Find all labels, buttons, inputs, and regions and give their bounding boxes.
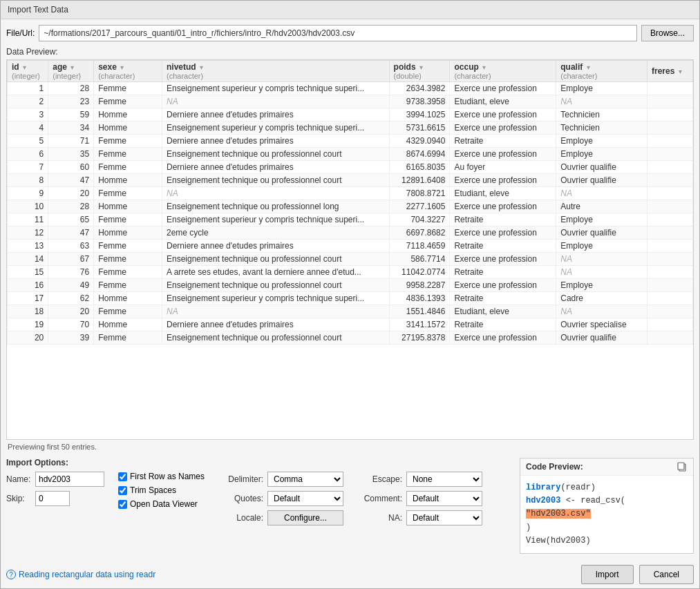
table-cell: Femme: [94, 135, 162, 148]
table-cell: 17: [8, 292, 48, 305]
table-cell: 19: [8, 318, 48, 331]
table-cell: Technicien: [556, 122, 647, 135]
options-main: Name: Skip: First Row as Names: [6, 472, 514, 525]
table-cell: 20: [48, 187, 94, 200]
data-preview-table-container[interactable]: id ▾ (integer) age ▾ (integer) sexe ▾: [6, 59, 694, 440]
name-input[interactable]: [35, 472, 104, 487]
table-cell: Exerce une profession: [450, 174, 556, 187]
na-select[interactable]: Default: [406, 510, 482, 525]
table-cell: [647, 108, 693, 122]
escape-label: Escape:: [357, 474, 402, 484]
table-cell: Femme: [94, 266, 162, 279]
table-cell: 3141.1572: [389, 318, 450, 331]
table-cell: 14: [8, 253, 48, 266]
table-cell: NA: [556, 266, 647, 279]
table-cell: Ouvrier qualifie: [556, 331, 647, 345]
table-cell: [647, 331, 693, 345]
trim-spaces-row: Trim Spaces: [118, 485, 205, 495]
table-cell: 65: [48, 213, 94, 226]
table-cell: Femme: [94, 279, 162, 292]
table-cell: [647, 200, 693, 213]
table-cell: Employe: [556, 148, 647, 161]
table-cell: Femme: [94, 161, 162, 174]
table-cell: Retraite: [450, 135, 556, 148]
table-cell: [647, 135, 693, 148]
open-data-viewer-row: Open Data Viewer: [118, 499, 205, 509]
locale-configure-button[interactable]: Configure...: [267, 510, 343, 525]
quotes-select[interactable]: Default None Double Single: [267, 491, 343, 506]
table-cell: Au foyer: [450, 161, 556, 174]
table-cell: 8674.6994: [389, 148, 450, 161]
copy-icon[interactable]: [677, 461, 688, 472]
table-cell: Enseignement superieur y compris techniq…: [162, 122, 390, 135]
table-row: 1247Homme2eme cycle6697.8682Exerce une p…: [8, 226, 693, 240]
table-row: 571FemmeDerniere annee d'etudes primaire…: [8, 135, 693, 148]
import-options-panel: Import Options: Name: Skip:: [6, 458, 514, 554]
first-row-names-checkbox[interactable]: [118, 472, 127, 481]
skip-input[interactable]: [35, 491, 70, 506]
col-header-poids[interactable]: poids ▾ (double): [389, 61, 450, 82]
bottom-bar: ? Reading rectangular data using readr I…: [1, 559, 699, 588]
table-cell: Ouvrier qualifie: [556, 161, 647, 174]
col-header-nivetud[interactable]: nivetud ▾ (character): [162, 61, 390, 82]
table-cell: Exerce une profession: [450, 253, 556, 266]
trim-spaces-checkbox[interactable]: [118, 486, 127, 495]
table-cell: [647, 292, 693, 305]
delimiter-select[interactable]: Comma Tab Semicolon Whitespace Other...: [267, 472, 343, 487]
table-cell: 28: [48, 82, 94, 95]
table-cell: 67: [48, 253, 94, 266]
table-cell: Homme: [94, 108, 162, 122]
escape-select[interactable]: None Double Quote Backslash: [406, 472, 482, 487]
table-row: 1028HommeEnseignement technique ou profe…: [8, 200, 693, 213]
col-header-occup[interactable]: occup ▾ (character): [450, 61, 556, 82]
table-cell: Femme: [94, 82, 162, 95]
col-header-sexe[interactable]: sexe ▾ (character): [94, 61, 162, 82]
table-cell: Derniere annee d'etudes primaires: [162, 318, 390, 331]
table-cell: 23: [48, 95, 94, 108]
col-header-age[interactable]: age ▾ (integer): [48, 61, 94, 82]
col-header-id[interactable]: id ▾ (integer): [8, 61, 48, 82]
code-content: library(readr) hdv2003 <- read_csv( "hdv…: [520, 476, 693, 553]
table-cell: Enseignement technique ou professionnel …: [162, 279, 390, 292]
table-row: 1820FemmeNA1551.4846Etudiant, eleveNA: [8, 305, 693, 318]
comment-select[interactable]: Default # //: [406, 491, 482, 506]
col-header-freres[interactable]: freres ▾: [647, 61, 693, 82]
table-cell: 9958.2287: [389, 279, 450, 292]
table-cell: Employe: [556, 82, 647, 95]
table-cell: Enseignement technique ou professionnel …: [162, 174, 390, 187]
table-cell: Enseignement technique ou professionnel …: [162, 331, 390, 345]
table-cell: 3994.1025: [389, 108, 450, 122]
table-row: 920FemmeNA7808.8721Etudiant, eleveNA: [8, 187, 693, 200]
import-button[interactable]: Import: [581, 565, 634, 584]
table-cell: 47: [48, 226, 94, 240]
table-cell: 62: [48, 292, 94, 305]
open-data-viewer-checkbox[interactable]: [118, 500, 127, 509]
browse-button[interactable]: Browse...: [641, 25, 694, 41]
table-cell: 2277.1605: [389, 200, 450, 213]
table-cell: 4836.1393: [389, 292, 450, 305]
table-cell: Homme: [94, 174, 162, 187]
table-row: 847HommeEnseignement technique ou profes…: [8, 174, 693, 187]
file-url-input[interactable]: [39, 25, 637, 41]
table-cell: 9: [8, 187, 48, 200]
code-line3: ): [526, 521, 688, 534]
col-header-qualif[interactable]: qualif ▾ (character): [556, 61, 647, 82]
table-cell: 1: [8, 82, 48, 95]
table-cell: 586.7714: [389, 253, 450, 266]
comment-row: Comment: Default # //: [357, 491, 482, 506]
help-link[interactable]: ? Reading rectangular data using readr: [6, 570, 155, 579]
table-cell: 47: [48, 174, 94, 187]
code-preview-title: Code Preview:: [526, 462, 583, 472]
table-row: 635FemmeEnseignement technique ou profes…: [8, 148, 693, 161]
delimiter-col: Delimiter: Comma Tab Semicolon Whitespac…: [218, 472, 343, 525]
table-cell: 28: [48, 200, 94, 213]
table-cell: Technicien: [556, 108, 647, 122]
cancel-button[interactable]: Cancel: [639, 565, 694, 584]
table-cell: Ouvrier specialise: [556, 318, 647, 331]
table-cell: 76: [48, 266, 94, 279]
escape-col: Escape: None Double Quote Backslash Comm…: [357, 472, 482, 525]
table-cell: [647, 279, 693, 292]
quotes-row: Quotes: Default None Double Single: [218, 491, 343, 506]
table-cell: Exerce une profession: [450, 108, 556, 122]
table-cell: Exerce une profession: [450, 331, 556, 345]
